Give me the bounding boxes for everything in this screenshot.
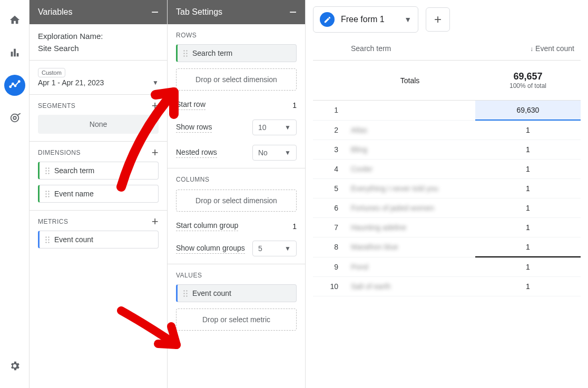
row-term — [345, 101, 475, 121]
explore-icon[interactable] — [4, 75, 25, 96]
svg-point-3 — [9, 86, 11, 87]
metric-chip[interactable]: Event count — [38, 231, 159, 248]
advertising-icon[interactable] — [4, 107, 25, 128]
exploration-name-label: Exploration Name: — [38, 32, 159, 41]
chevron-down-icon: ▼ — [285, 124, 291, 131]
nav-rail — [0, 0, 30, 388]
table-row[interactable]: 2Atlas1 — [313, 120, 581, 140]
dimension-chip[interactable]: Event name — [38, 185, 159, 203]
row-count: 1 — [475, 120, 581, 140]
date-range-picker[interactable]: Custom Apr 1 - Apr 21, 2023 ▼ — [30, 61, 167, 95]
table-header-dimension[interactable]: Search term — [345, 37, 475, 61]
row-count: 1 — [475, 160, 581, 179]
start-row-label: Start row — [176, 100, 205, 110]
svg-point-6 — [18, 81, 19, 82]
settings-icon[interactable] — [4, 355, 25, 376]
totals-subtext: 100% of total — [482, 82, 574, 89]
row-count: 1 — [475, 179, 581, 198]
chevron-down-icon: ▼ — [285, 149, 291, 156]
show-column-groups-select[interactable]: 5 ▼ — [252, 241, 297, 256]
columns-drop-zone[interactable]: Drop or select dimension — [176, 190, 297, 212]
tab-settings-header[interactable]: Tab Settings − — [168, 0, 305, 24]
table-row[interactable]: 6Fortunes of jaded women1 — [313, 198, 581, 218]
table-row[interactable]: 8Marathon blue1 — [313, 237, 581, 257]
drag-icon — [45, 190, 50, 197]
svg-rect-2 — [16, 53, 18, 56]
home-icon[interactable] — [4, 9, 25, 31]
show-rows-select[interactable]: 10 ▼ — [252, 120, 297, 135]
start-column-group-value[interactable]: 1 — [249, 222, 297, 231]
row-count: 69,630 — [475, 101, 581, 121]
table-row[interactable]: 3Bling1 — [313, 140, 581, 160]
chevron-down-icon: ▼ — [152, 79, 159, 86]
segments-none: None — [38, 115, 159, 134]
table-row[interactable]: 169,630 — [313, 101, 581, 121]
table-header-metric[interactable]: ↓Event count — [475, 37, 581, 61]
chevron-down-icon: ▼ — [404, 15, 411, 24]
row-term: Atlas — [345, 120, 475, 140]
report-table: Search term ↓Event count Totals 69,657 1… — [313, 37, 581, 296]
columns-heading: COLUMNS — [176, 176, 210, 183]
date-mode-pill: Custom — [38, 68, 65, 77]
values-heading: VALUES — [176, 272, 202, 279]
svg-rect-1 — [14, 49, 16, 57]
chevron-down-icon: ▼ — [285, 245, 291, 252]
reports-icon[interactable] — [4, 42, 25, 63]
variables-header[interactable]: Variables − — [30, 0, 167, 24]
dimension-chip[interactable]: Search term — [38, 162, 159, 180]
table-row[interactable]: 4Cooler1 — [313, 160, 581, 179]
metrics-heading: METRICS — [38, 218, 68, 225]
table-row[interactable]: 5Everything I never told you1 — [313, 179, 581, 198]
row-index: 5 — [313, 179, 345, 198]
row-count: 1 — [475, 237, 581, 257]
row-count: 1 — [475, 218, 581, 237]
drag-icon — [45, 167, 50, 174]
nested-rows-label: Nested rows — [176, 148, 217, 158]
start-row-value[interactable]: 1 — [249, 101, 297, 110]
row-term: Fortunes of jaded women — [345, 198, 475, 218]
values-chip[interactable]: Event count — [176, 284, 297, 302]
row-count: 1 — [475, 140, 581, 160]
drag-icon — [45, 236, 50, 243]
row-index: 2 — [313, 120, 345, 140]
exploration-name-block[interactable]: Exploration Name: Site Search — [30, 24, 167, 61]
date-range-value: Apr 1 - Apr 21, 2023 — [38, 78, 104, 87]
rows-drop-zone[interactable]: Drop or select dimension — [176, 68, 297, 91]
row-term: Everything I never told you — [345, 179, 475, 198]
tab-settings-panel: Tab Settings − ROWS Search term Drop or … — [168, 0, 306, 388]
row-index: 4 — [313, 160, 345, 179]
row-count: 1 — [475, 277, 581, 296]
table-row[interactable]: 10Salt of earth1 — [313, 277, 581, 296]
table-row[interactable]: 7Haunting adeline1 — [313, 218, 581, 237]
svg-point-8 — [13, 116, 16, 120]
add-tab-button[interactable]: + — [426, 7, 450, 32]
rows-chip[interactable]: Search term — [176, 44, 297, 62]
table-row[interactable]: 9Pond1 — [313, 257, 581, 277]
report-tabbar: Free form 1 ▼ + — [313, 6, 581, 33]
table-header-blank — [313, 37, 345, 61]
report-tab[interactable]: Free form 1 ▼ — [313, 6, 418, 33]
row-index: 10 — [313, 277, 345, 296]
values-drop-zone[interactable]: Drop or select metric — [176, 309, 297, 331]
svg-point-4 — [12, 83, 13, 85]
show-column-groups-value: 5 — [258, 244, 262, 253]
dimension-chip-label: Event name — [54, 190, 94, 198]
segments-section: SEGMENTS + None — [30, 95, 167, 142]
row-term: Bling — [345, 140, 475, 160]
row-term: Haunting adeline — [345, 218, 475, 237]
row-count: 1 — [475, 257, 581, 277]
show-rows-label: Show rows — [176, 123, 212, 133]
values-section: VALUES Event count Drop or select metric — [168, 264, 305, 338]
row-index: 6 — [313, 198, 345, 218]
report-canvas: Free form 1 ▼ + Search term ↓Event count — [306, 0, 588, 388]
row-term: Salt of earth — [345, 277, 475, 296]
values-chip-label: Event count — [192, 289, 231, 297]
sort-desc-icon: ↓ — [530, 45, 533, 53]
svg-rect-0 — [11, 52, 13, 56]
row-index: 3 — [313, 140, 345, 160]
start-column-group-label: Start column group — [176, 221, 238, 231]
nested-rows-select[interactable]: No ▼ — [252, 145, 297, 161]
tab-settings-title: Tab Settings — [176, 7, 222, 17]
row-count: 1 — [475, 198, 581, 218]
segments-heading: SEGMENTS — [38, 102, 75, 110]
